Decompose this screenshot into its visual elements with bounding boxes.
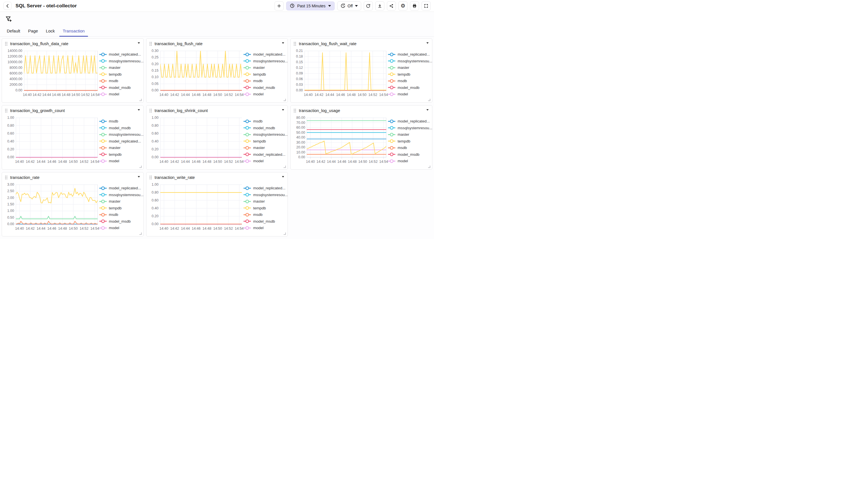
legend-item[interactable]: mssqlsystemresou... [388, 126, 429, 130]
tab-default[interactable]: Default [3, 29, 24, 36]
legend-item[interactable]: model_replicated... [99, 186, 141, 190]
legend-item[interactable]: tempdb [244, 72, 285, 76]
share-button[interactable] [387, 1, 396, 10]
drag-handle[interactable] [149, 108, 152, 113]
legend-item[interactable]: msdb [99, 213, 141, 217]
legend-item[interactable]: model_replicated... [388, 52, 429, 57]
panel-menu-caret-icon[interactable] [282, 42, 284, 44]
legend-item[interactable]: model_replicated... [388, 119, 429, 124]
legend-item[interactable]: model_msdb [244, 219, 285, 223]
legend-item[interactable]: tempdb [99, 206, 141, 210]
legend-item[interactable]: model_replicated... [99, 139, 141, 144]
legend-item[interactable]: model [99, 226, 141, 230]
legend-item[interactable]: master [99, 146, 141, 150]
tab-page[interactable]: Page [24, 29, 42, 36]
legend-item[interactable]: master [244, 199, 285, 204]
drag-handle[interactable] [5, 108, 8, 113]
legend-item[interactable]: msdb [99, 79, 141, 83]
settings-button[interactable]: ⚙ [398, 1, 407, 10]
tab-lock[interactable]: Lock [42, 29, 59, 36]
refresh-button[interactable] [364, 1, 373, 10]
legend-item[interactable]: model_msdb [388, 85, 429, 90]
legend-item[interactable]: msdb [244, 79, 285, 83]
plot-area[interactable] [160, 51, 242, 92]
legend-item[interactable]: mssqlsystemresou... [244, 59, 285, 63]
auto-refresh-dropdown[interactable]: Off [337, 1, 361, 10]
legend-item[interactable]: tempdb [99, 72, 141, 76]
legend-item[interactable]: model_replicated... [244, 152, 285, 157]
legend-item[interactable]: msdb [388, 79, 429, 83]
resize-handle[interactable] [284, 232, 286, 235]
legend-item[interactable]: msdb [388, 146, 429, 150]
legend-item[interactable]: tempdb [388, 72, 429, 76]
print-button[interactable] [410, 1, 419, 10]
plot-area[interactable] [160, 118, 242, 159]
legend-item[interactable]: master [388, 132, 429, 137]
legend-item[interactable]: msdb [99, 119, 141, 124]
plot-area[interactable] [305, 51, 386, 92]
legend-item[interactable]: model_replicated... [244, 186, 285, 190]
resize-handle[interactable] [428, 99, 430, 101]
legend-item[interactable]: tempdb [244, 139, 285, 144]
legend-item[interactable]: mssqlsystemresou... [99, 132, 141, 137]
resize-handle[interactable] [284, 99, 286, 101]
legend-item[interactable]: mssqlsystemresou... [99, 59, 141, 63]
legend-item[interactable]: model [244, 159, 285, 163]
legend-item[interactable]: model [388, 92, 429, 96]
legend-item[interactable]: model_replicated... [244, 52, 285, 57]
legend-item[interactable]: msdb [244, 213, 285, 217]
fullscreen-button[interactable] [422, 1, 431, 10]
time-range-dropdown[interactable]: Past 15 Minutes [286, 1, 334, 10]
legend-item[interactable]: master [388, 65, 429, 70]
resize-handle[interactable] [284, 166, 286, 168]
legend-item[interactable]: tempdb [388, 139, 429, 144]
drag-handle[interactable] [5, 42, 8, 46]
panel-menu-caret-icon[interactable] [426, 42, 429, 44]
legend-item[interactable]: mssqlsystemresou... [388, 59, 429, 63]
add-panel-button[interactable] [275, 1, 284, 10]
legend-item[interactable]: master [244, 65, 285, 70]
legend-item[interactable]: model_msdb [244, 126, 285, 130]
download-button[interactable] [375, 1, 384, 10]
plot-area[interactable] [160, 185, 242, 226]
legend-item[interactable]: model [99, 92, 141, 96]
legend-item[interactable]: tempdb [99, 152, 141, 157]
drag-handle[interactable] [293, 42, 296, 46]
legend-item[interactable]: model_msdb [99, 85, 141, 90]
panel-menu-caret-icon[interactable] [138, 42, 140, 44]
legend-item[interactable]: master [99, 199, 141, 204]
legend-item[interactable]: model [244, 226, 285, 230]
drag-handle[interactable] [149, 42, 152, 46]
panel-menu-caret-icon[interactable] [138, 109, 140, 110]
plot-area[interactable] [16, 185, 98, 226]
panel-menu-caret-icon[interactable] [282, 176, 284, 178]
panel-menu-caret-icon[interactable] [138, 176, 140, 178]
legend-item[interactable]: msdb [244, 119, 285, 124]
legend-item[interactable]: model_msdb [99, 219, 141, 223]
drag-handle[interactable] [5, 176, 8, 180]
back-button[interactable] [3, 2, 11, 10]
plot-area[interactable] [16, 118, 98, 159]
legend-item[interactable]: model_msdb [99, 126, 141, 130]
resize-handle[interactable] [140, 99, 142, 101]
legend-item[interactable]: model [388, 159, 429, 163]
legend-item[interactable]: mssqlsystemresou... [244, 132, 285, 137]
add-filter-button[interactable] [4, 15, 13, 23]
legend-item[interactable]: mssqlsystemresou... [99, 192, 141, 197]
resize-handle[interactable] [140, 232, 142, 235]
drag-handle[interactable] [293, 108, 296, 113]
legend-item[interactable]: master [99, 65, 141, 70]
legend-item[interactable]: model [99, 159, 141, 163]
legend-item[interactable]: master [244, 146, 285, 150]
plot-area[interactable] [24, 51, 98, 92]
legend-item[interactable]: tempdb [244, 206, 285, 210]
legend-item[interactable]: model [244, 92, 285, 96]
resize-handle[interactable] [428, 166, 430, 168]
plot-area[interactable] [307, 118, 386, 159]
tab-transaction[interactable]: Transaction [59, 29, 89, 36]
panel-menu-caret-icon[interactable] [426, 109, 429, 110]
legend-item[interactable]: model_msdb [388, 152, 429, 157]
panel-menu-caret-icon[interactable] [282, 109, 284, 110]
legend-item[interactable]: model_msdb [244, 85, 285, 90]
resize-handle[interactable] [140, 166, 142, 168]
